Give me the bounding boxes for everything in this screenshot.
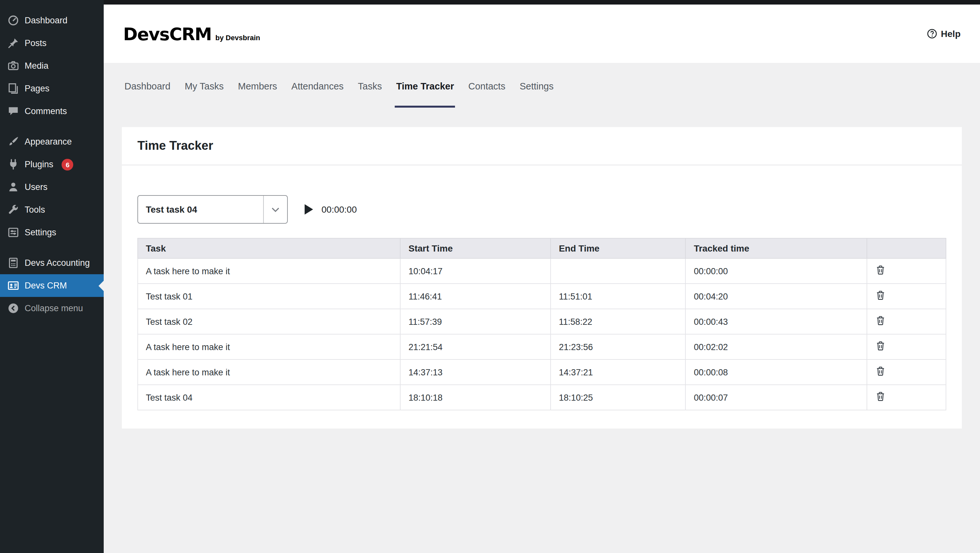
cell-task: A task here to make it — [138, 360, 401, 385]
cell-task: A task here to make it — [138, 258, 401, 284]
sidebar-item-label: Tools — [25, 205, 45, 215]
tab-members[interactable]: Members — [237, 63, 278, 108]
cell-start-time: 10:04:17 — [401, 258, 551, 284]
table-row: A task here to make it 10:04:17 00:00:00 — [138, 258, 946, 284]
task-select[interactable]: Test task 04 — [137, 195, 288, 224]
sidebar-item-label: Pages — [25, 84, 49, 93]
tab-time-tracker[interactable]: Time Tracker — [395, 63, 455, 108]
column-header-end-time: End Time — [550, 238, 686, 258]
tracker-controls: Test task 04 00:00:00 — [137, 195, 946, 224]
sidebar-item-label: Appearance — [25, 137, 72, 147]
cell-actions — [867, 360, 946, 385]
cell-end-time: 14:37:21 — [550, 360, 686, 385]
table-row: Test task 01 11:46:41 11:51:01 00:04:20 — [138, 284, 946, 309]
accounting-icon — [7, 257, 19, 269]
delete-entry-button[interactable] — [876, 366, 885, 376]
cell-actions — [867, 309, 946, 334]
card-body: Test task 04 00:00:00 Task Start Time — [122, 165, 962, 429]
sidebar-item-label: Media — [25, 61, 49, 71]
sidebar-item-users[interactable]: Users — [0, 176, 104, 198]
cell-actions — [867, 258, 946, 284]
sidebar-item-plugins[interactable]: Plugins 6 — [0, 153, 104, 176]
table-row: A task here to make it 14:37:13 14:37:21… — [138, 360, 946, 385]
cell-start-time: 21:21:54 — [401, 334, 551, 360]
cell-end-time — [550, 258, 686, 284]
cell-tracked-time: 00:02:02 — [686, 334, 867, 360]
tab-settings[interactable]: Settings — [518, 63, 555, 108]
help-label: Help — [941, 29, 961, 39]
cell-task: Test task 02 — [138, 309, 401, 334]
cell-actions — [867, 334, 946, 360]
sidebar-item-label: Collapse menu — [25, 303, 83, 313]
dashboard-icon — [7, 14, 19, 26]
time-tracker-card: Time Tracker Test task 04 00:00:00 — [122, 127, 962, 429]
help-icon — [926, 29, 937, 39]
sidebar-item-label: Comments — [25, 106, 67, 116]
table-row: A task here to make it 21:21:54 21:23:56… — [138, 334, 946, 360]
sidebar-item-media[interactable]: Media — [0, 54, 104, 77]
plugins-update-badge: 6 — [62, 158, 73, 170]
tab-attendances[interactable]: Attendances — [290, 63, 345, 108]
cell-tracked-time: 00:00:07 — [686, 385, 867, 410]
cell-tracked-time: 00:00:08 — [686, 360, 867, 385]
sidebar-item-tools[interactable]: Tools — [0, 198, 104, 221]
sidebar-item-label: Posts — [25, 38, 47, 48]
comment-icon — [7, 105, 19, 117]
sidebar-item-comments[interactable]: Comments — [0, 100, 104, 123]
chevron-down-icon — [263, 196, 287, 223]
top-strip — [0, 0, 980, 5]
brand-suffix: by Devsbrain — [215, 33, 260, 41]
play-button[interactable] — [305, 204, 313, 215]
brush-icon — [7, 136, 19, 148]
timer-display: 00:00:00 — [321, 204, 357, 215]
sidebar-item-settings[interactable]: Settings — [0, 221, 104, 244]
cell-end-time: 18:10:25 — [550, 385, 686, 410]
collapse-menu-button[interactable]: Collapse menu — [0, 297, 104, 320]
sidebar-item-devs-accounting[interactable]: Devs Accounting — [0, 252, 104, 274]
sidebar-item-pages[interactable]: Pages — [0, 77, 104, 100]
app-window: Dashboard Posts Media Pages Comments App… — [0, 0, 980, 553]
card-header: Time Tracker — [122, 127, 962, 165]
menu-separator — [0, 123, 104, 130]
cell-start-time: 11:57:39 — [401, 309, 551, 334]
page-title: Time Tracker — [137, 139, 946, 153]
sidebar-item-label: Plugins — [25, 159, 54, 169]
cell-tracked-time: 00:00:43 — [686, 309, 867, 334]
sidebar-item-dashboard[interactable]: Dashboard — [0, 9, 104, 32]
delete-entry-button[interactable] — [876, 316, 885, 325]
menu-separator — [0, 244, 104, 252]
cell-actions — [867, 284, 946, 309]
sidebar-item-label: Dashboard — [25, 16, 67, 25]
help-button[interactable]: Help — [926, 29, 961, 39]
task-select-value: Test task 04 — [138, 204, 263, 215]
sidebar-item-posts[interactable]: Posts — [0, 32, 104, 54]
app-header: DevsCRM by Devsbrain Help — [104, 5, 980, 63]
tab-dashboard[interactable]: Dashboard — [123, 63, 172, 108]
cell-end-time: 11:58:22 — [550, 309, 686, 334]
table-row: Test task 04 18:10:18 18:10:25 00:00:07 — [138, 385, 946, 410]
pages-icon — [7, 83, 19, 94]
cell-start-time: 14:37:13 — [401, 360, 551, 385]
delete-entry-button[interactable] — [876, 341, 885, 351]
tab-tasks[interactable]: Tasks — [356, 63, 383, 108]
brand-logo: DevsCRM by Devsbrain — [123, 24, 260, 44]
sidebar-item-appearance[interactable]: Appearance — [0, 130, 104, 153]
delete-entry-button[interactable] — [876, 290, 885, 300]
pin-icon — [7, 37, 19, 49]
tab-contacts[interactable]: Contacts — [467, 63, 506, 108]
sidebar-item-label: Devs CRM — [25, 281, 67, 290]
cell-tracked-time: 00:04:20 — [686, 284, 867, 309]
admin-sidebar: Dashboard Posts Media Pages Comments App… — [0, 0, 104, 553]
tab-my-tasks[interactable]: My Tasks — [183, 63, 225, 108]
delete-entry-button[interactable] — [876, 265, 885, 275]
cell-start-time: 18:10:18 — [401, 385, 551, 410]
main-area: DevsCRM by Devsbrain Help Dashboard My T… — [104, 0, 980, 553]
column-header-tracked-time: Tracked time — [686, 238, 867, 258]
time-entries-table: Task Start Time End Time Tracked time A … — [137, 238, 946, 410]
sidebar-item-devs-crm[interactable]: Devs CRM — [0, 274, 104, 297]
delete-entry-button[interactable] — [876, 392, 885, 401]
camera-icon — [7, 60, 19, 72]
table-header-row: Task Start Time End Time Tracked time — [138, 238, 946, 258]
tab-bar: Dashboard My Tasks Members Attendances T… — [104, 63, 980, 108]
column-header-task: Task — [138, 238, 401, 258]
